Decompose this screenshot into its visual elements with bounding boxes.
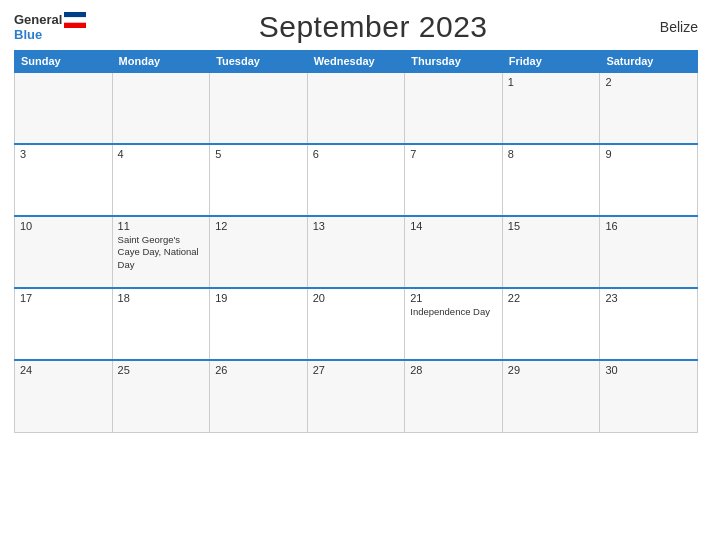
calendar-cell: 4 (112, 144, 210, 216)
calendar-cell: 3 (15, 144, 113, 216)
calendar-cell: 25 (112, 360, 210, 432)
calendar-table: Sunday Monday Tuesday Wednesday Thursday… (14, 50, 698, 433)
calendar-cell: 9 (600, 144, 698, 216)
day-number: 12 (215, 220, 302, 232)
calendar-header-row: Sunday Monday Tuesday Wednesday Thursday… (15, 51, 698, 73)
logo-blue-text: Blue (14, 28, 42, 42)
calendar-cell: 7 (405, 144, 503, 216)
calendar-cell: 26 (210, 360, 308, 432)
calendar-cell: 17 (15, 288, 113, 360)
col-monday: Monday (112, 51, 210, 73)
calendar-cell: 12 (210, 216, 308, 288)
calendar-body: 1234567891011Saint George's Caye Day, Na… (15, 72, 698, 432)
calendar-cell: 20 (307, 288, 405, 360)
day-number: 4 (118, 148, 205, 160)
calendar-title: September 2023 (259, 10, 488, 44)
day-number: 24 (20, 364, 107, 376)
calendar-cell: 21Independence Day (405, 288, 503, 360)
calendar-week-row: 1718192021Independence Day2223 (15, 288, 698, 360)
col-saturday: Saturday (600, 51, 698, 73)
calendar-cell: 13 (307, 216, 405, 288)
calendar-week-row: 12 (15, 72, 698, 144)
calendar-cell (307, 72, 405, 144)
calendar-cell: 19 (210, 288, 308, 360)
calendar-cell: 1 (502, 72, 600, 144)
calendar-cell: 27 (307, 360, 405, 432)
calendar-cell: 30 (600, 360, 698, 432)
day-number: 7 (410, 148, 497, 160)
calendar-cell: 22 (502, 288, 600, 360)
col-sunday: Sunday (15, 51, 113, 73)
col-thursday: Thursday (405, 51, 503, 73)
day-event: Independence Day (410, 306, 497, 318)
svg-rect-0 (64, 12, 86, 17)
day-number: 6 (313, 148, 400, 160)
calendar-cell: 29 (502, 360, 600, 432)
calendar-cell: 23 (600, 288, 698, 360)
logo-flag-icon (64, 12, 86, 28)
calendar-cell (405, 72, 503, 144)
day-number: 13 (313, 220, 400, 232)
calendar-week-row: 3456789 (15, 144, 698, 216)
day-number: 20 (313, 292, 400, 304)
calendar-cell (112, 72, 210, 144)
page-header: General Blue September 2023 Belize (14, 10, 698, 44)
calendar-cell: 14 (405, 216, 503, 288)
calendar-week-row: 24252627282930 (15, 360, 698, 432)
col-friday: Friday (502, 51, 600, 73)
day-number: 8 (508, 148, 595, 160)
day-number: 3 (20, 148, 107, 160)
day-number: 5 (215, 148, 302, 160)
calendar-cell: 18 (112, 288, 210, 360)
day-number: 1 (508, 76, 595, 88)
logo: General Blue (14, 12, 86, 42)
calendar-cell (210, 72, 308, 144)
day-number: 9 (605, 148, 692, 160)
calendar-page: General Blue September 2023 Belize Sunda… (0, 0, 712, 550)
svg-rect-2 (64, 23, 86, 28)
calendar-cell: 15 (502, 216, 600, 288)
logo-general-text: General (14, 13, 62, 27)
day-event: Saint George's Caye Day, National Day (118, 234, 205, 271)
calendar-cell: 2 (600, 72, 698, 144)
day-number: 23 (605, 292, 692, 304)
day-number: 17 (20, 292, 107, 304)
day-number: 27 (313, 364, 400, 376)
day-number: 21 (410, 292, 497, 304)
col-wednesday: Wednesday (307, 51, 405, 73)
calendar-cell: 5 (210, 144, 308, 216)
day-number: 28 (410, 364, 497, 376)
day-number: 26 (215, 364, 302, 376)
calendar-week-row: 1011Saint George's Caye Day, National Da… (15, 216, 698, 288)
calendar-cell: 8 (502, 144, 600, 216)
calendar-cell: 6 (307, 144, 405, 216)
svg-rect-1 (64, 17, 86, 22)
calendar-cell: 28 (405, 360, 503, 432)
day-number: 19 (215, 292, 302, 304)
calendar-cell: 11Saint George's Caye Day, National Day (112, 216, 210, 288)
day-number: 16 (605, 220, 692, 232)
calendar-cell: 16 (600, 216, 698, 288)
calendar-cell: 10 (15, 216, 113, 288)
day-number: 22 (508, 292, 595, 304)
day-number: 25 (118, 364, 205, 376)
day-number: 18 (118, 292, 205, 304)
day-number: 11 (118, 220, 205, 232)
day-number: 15 (508, 220, 595, 232)
calendar-cell (15, 72, 113, 144)
calendar-cell: 24 (15, 360, 113, 432)
day-number: 29 (508, 364, 595, 376)
day-number: 2 (605, 76, 692, 88)
day-number: 10 (20, 220, 107, 232)
day-number: 14 (410, 220, 497, 232)
col-tuesday: Tuesday (210, 51, 308, 73)
day-number: 30 (605, 364, 692, 376)
country-label: Belize (660, 19, 698, 35)
